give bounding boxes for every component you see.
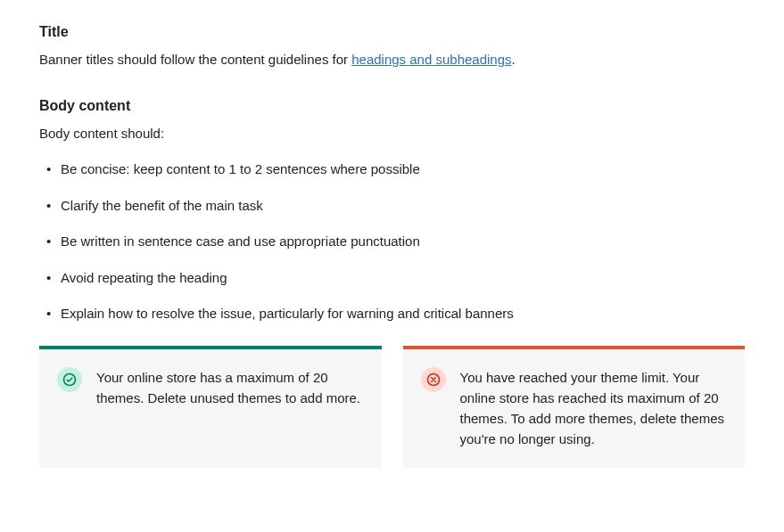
body-content-heading: Body content [39, 95, 745, 117]
list-item: Avoid repeating the heading [39, 268, 745, 289]
list-item: Be written in sentence case and use appr… [39, 232, 745, 252]
check-icon [57, 367, 82, 392]
bad-example-card: You have reached your theme limit. Your … [403, 346, 746, 468]
x-icon [421, 367, 446, 392]
title-text-after: . [512, 52, 516, 67]
body-content-intro: Body content should: [39, 124, 745, 144]
bad-example-text: You have reached your theme limit. Your … [460, 367, 728, 450]
title-text-before: Banner titles should follow the content … [39, 52, 351, 67]
list-item: Be concise: keep content to 1 to 2 sente… [39, 160, 745, 180]
title-section: Title Banner titles should follow the co… [39, 21, 745, 70]
title-heading: Title [39, 21, 745, 43]
list-item: Explain how to resolve the issue, partic… [39, 304, 745, 324]
headings-link[interactable]: headings and subheadings [351, 52, 511, 67]
good-example-text: Your online store has a maximum of 20 th… [96, 367, 364, 409]
body-content-section: Body content Body content should: Be con… [39, 95, 745, 324]
title-description: Banner titles should follow the content … [39, 50, 745, 70]
body-content-list: Be concise: keep content to 1 to 2 sente… [39, 160, 745, 324]
examples-container: Your online store has a maximum of 20 th… [39, 346, 745, 468]
list-item: Clarify the benefit of the main task [39, 196, 745, 217]
good-example-card: Your online store has a maximum of 20 th… [39, 346, 382, 468]
